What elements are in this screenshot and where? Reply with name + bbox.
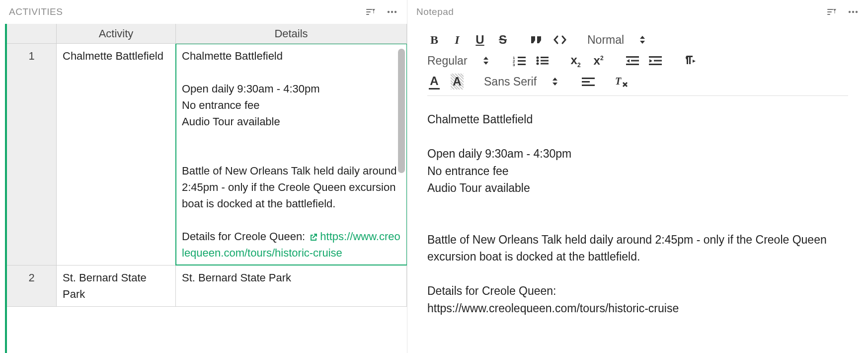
svg-marker-38	[552, 83, 557, 86]
outdent-button[interactable]	[626, 53, 639, 69]
activities-table[interactable]: Activity Details 1Chalmette BattlefieldC…	[5, 24, 407, 353]
details-text: Chalmette Battlefield Open daily 9:30am …	[182, 50, 400, 243]
sort-caret-icon	[482, 56, 489, 66]
weight-select-label: Regular	[427, 54, 468, 68]
strikethrough-button[interactable]: S	[496, 32, 510, 48]
svg-rect-40	[582, 81, 590, 83]
activities-table-wrap: Activity Details 1Chalmette BattlefieldC…	[0, 24, 407, 353]
svg-point-4	[391, 11, 393, 13]
svg-rect-41	[582, 85, 595, 86]
editor-toolbar: B I U S Normal	[427, 24, 848, 96]
more-icon[interactable]	[847, 6, 859, 18]
sort-caret-icon	[552, 77, 558, 87]
external-link-icon	[308, 232, 318, 242]
superscript-button[interactable]: x2	[592, 53, 606, 69]
details-cell[interactable]: Chalmette Battlefield Open daily 9:30am …	[176, 44, 407, 265]
ordered-list-button[interactable]: 123	[512, 53, 526, 69]
svg-text:3: 3	[513, 63, 515, 66]
svg-point-9	[849, 11, 851, 13]
svg-rect-30	[626, 64, 639, 65]
svg-rect-20	[518, 60, 526, 62]
notepad-header: Notepad	[407, 0, 868, 24]
underline-button[interactable]: U	[473, 32, 487, 48]
svg-marker-12	[640, 36, 645, 39]
italic-button[interactable]: I	[450, 32, 464, 48]
subscript-button[interactable]: x2	[569, 53, 583, 69]
toolbar-row-3: A A Sans Serif	[427, 74, 848, 89]
svg-marker-35	[649, 59, 652, 63]
row-number-cell[interactable]: 2	[7, 265, 57, 306]
filter-icon[interactable]	[364, 6, 376, 18]
notepad-panel: Notepad B I U S	[407, 0, 868, 353]
svg-marker-13	[640, 41, 645, 44]
row-number-header[interactable]	[7, 24, 57, 43]
background-color-button[interactable]: A	[450, 74, 464, 89]
blockquote-button[interactable]	[530, 32, 544, 48]
svg-rect-39	[582, 78, 595, 79]
toolbar-row-2: Regular 123 x2 x2	[427, 53, 848, 69]
svg-rect-26	[541, 60, 549, 62]
svg-point-5	[395, 11, 396, 13]
align-button[interactable]	[581, 74, 595, 89]
svg-rect-33	[654, 60, 662, 62]
activities-header-actions	[364, 6, 398, 18]
row-number-cell[interactable]: 1	[7, 44, 57, 265]
svg-rect-32	[649, 56, 662, 58]
svg-marker-15	[483, 62, 488, 65]
text-color-button[interactable]: A	[427, 74, 441, 89]
scrollbar-thumb[interactable]	[398, 49, 405, 173]
svg-point-22	[536, 57, 539, 59]
svg-rect-19	[518, 57, 526, 58]
unordered-list-button[interactable]	[535, 53, 549, 69]
svg-marker-37	[552, 78, 557, 81]
svg-rect-29	[631, 60, 639, 62]
details-text: St. Bernard State Park	[182, 271, 291, 284]
svg-point-24	[536, 63, 539, 65]
text-direction-button[interactable]	[682, 53, 696, 69]
weight-select[interactable]: Regular	[427, 54, 492, 68]
filter-icon[interactable]	[825, 6, 837, 18]
svg-rect-21	[518, 64, 526, 65]
scrollbar-track[interactable]	[398, 49, 405, 337]
svg-point-3	[388, 11, 390, 13]
heading-select[interactable]: Normal	[587, 33, 649, 47]
sort-caret-icon	[639, 35, 646, 45]
svg-marker-14	[483, 57, 488, 60]
clear-format-button[interactable]: T	[615, 74, 629, 89]
activity-cell[interactable]: St. Bernard State Park	[57, 265, 176, 306]
notepad-body: B I U S Normal	[407, 24, 868, 353]
font-select[interactable]: Sans Serif	[484, 75, 561, 88]
svg-rect-28	[626, 56, 639, 58]
svg-rect-27	[541, 63, 549, 65]
svg-point-23	[536, 60, 539, 62]
notepad-header-actions	[825, 6, 859, 18]
svg-marker-31	[627, 59, 630, 63]
svg-point-10	[852, 11, 854, 13]
activities-title: ACTIVITIES	[9, 6, 63, 17]
details-column-header[interactable]: Details	[176, 24, 407, 43]
svg-rect-25	[541, 57, 549, 58]
activities-panel: ACTIVITIES Activity Details 1Chalmet	[0, 0, 407, 353]
table-row[interactable]: 1Chalmette BattlefieldChalmette Battlefi…	[7, 44, 407, 265]
notepad-title: Notepad	[416, 6, 454, 17]
bold-button[interactable]: B	[427, 32, 441, 48]
activity-cell[interactable]: Chalmette Battlefield	[57, 44, 176, 265]
details-cell[interactable]: St. Bernard State Park	[176, 265, 407, 306]
svg-point-11	[856, 11, 858, 13]
svg-text:T: T	[615, 76, 622, 87]
table-header-row: Activity Details	[7, 24, 407, 44]
code-block-button[interactable]	[552, 32, 567, 48]
svg-rect-34	[649, 64, 662, 65]
activity-column-header[interactable]: Activity	[57, 24, 176, 43]
svg-marker-36	[693, 60, 696, 63]
more-icon[interactable]	[386, 6, 398, 18]
table-body: 1Chalmette BattlefieldChalmette Battlefi…	[7, 44, 407, 353]
notepad-content[interactable]: Chalmette Battlefield Open daily 9:30am …	[427, 96, 848, 332]
toolbar-row-1: B I U S Normal	[427, 32, 848, 48]
heading-select-label: Normal	[587, 33, 624, 47]
activities-header: ACTIVITIES	[0, 0, 407, 24]
table-row[interactable]: 2St. Bernard State ParkSt. Bernard State…	[7, 265, 407, 307]
indent-button[interactable]	[648, 53, 662, 69]
font-select-label: Sans Serif	[484, 75, 537, 88]
